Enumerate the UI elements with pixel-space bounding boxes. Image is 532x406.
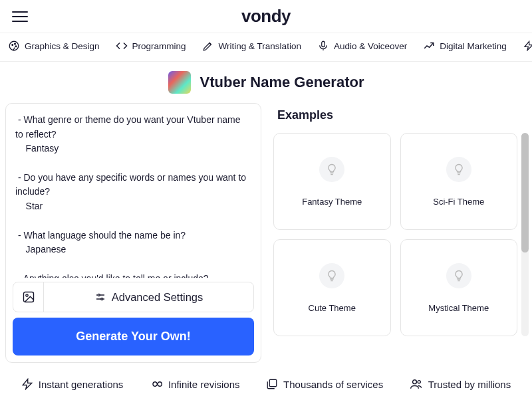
category-label: Digital Marketing bbox=[440, 41, 507, 51]
chart-icon bbox=[423, 40, 435, 52]
input-panel: Advanced Settings Generate Your Own! bbox=[5, 103, 261, 363]
header: vondy bbox=[0, 0, 532, 33]
svg-point-11 bbox=[100, 298, 102, 300]
mic-icon bbox=[317, 40, 329, 52]
category-nav: Graphics & Design Programming Writing & … bbox=[0, 33, 532, 62]
generate-button[interactable]: Generate Your Own! bbox=[13, 318, 254, 355]
examples-panel: Examples Fantasy Theme Sci-Fi Theme bbox=[273, 103, 529, 363]
category-audio-voiceover[interactable]: Audio & Voiceover bbox=[317, 40, 407, 52]
feature-instant: Instant generations bbox=[21, 378, 124, 390]
feature-label: Infinite revisions bbox=[168, 379, 240, 390]
palette-icon bbox=[8, 40, 20, 52]
svg-point-7 bbox=[25, 294, 27, 296]
svg-point-1 bbox=[12, 45, 13, 46]
example-label: Cute Theme bbox=[309, 303, 356, 313]
examples-scrollbar[interactable] bbox=[521, 133, 529, 336]
category-label: Programming bbox=[132, 41, 186, 51]
svg-rect-13 bbox=[269, 379, 277, 387]
example-label: Sci-Fi Theme bbox=[433, 197, 484, 207]
pen-icon bbox=[202, 40, 214, 52]
svg-marker-5 bbox=[525, 41, 532, 50]
feature-services: Thousands of services bbox=[266, 378, 383, 390]
lightbulb-icon bbox=[446, 157, 471, 182]
infinity-icon bbox=[150, 377, 163, 391]
bolt-icon bbox=[523, 40, 532, 52]
example-label: Mystical Theme bbox=[428, 303, 489, 313]
feature-infinite: Infinite revisions bbox=[150, 377, 240, 391]
category-label: Graphics & Design bbox=[25, 41, 100, 51]
attach-image-button[interactable] bbox=[13, 282, 44, 312]
bolt-icon bbox=[21, 378, 33, 390]
examples-heading: Examples bbox=[277, 108, 529, 122]
prompt-textarea[interactable] bbox=[13, 110, 254, 278]
lightbulb-icon bbox=[446, 263, 471, 288]
lightbulb-icon bbox=[319, 263, 344, 288]
feature-label: Trusted by millions bbox=[428, 379, 511, 390]
svg-point-14 bbox=[412, 380, 416, 384]
svg-rect-6 bbox=[23, 292, 33, 302]
svg-marker-12 bbox=[23, 379, 32, 389]
tool-icon bbox=[168, 71, 191, 94]
category-label: Audio & Voiceover bbox=[334, 41, 407, 51]
example-card-scifi[interactable]: Sci-Fi Theme bbox=[400, 133, 518, 230]
example-card-mystical[interactable]: Mystical Theme bbox=[400, 239, 518, 336]
image-icon bbox=[22, 290, 35, 304]
feature-label: Instant generations bbox=[39, 379, 124, 390]
svg-point-2 bbox=[15, 43, 16, 45]
brand-logo[interactable]: vondy bbox=[12, 6, 520, 27]
sliders-icon bbox=[94, 291, 106, 303]
svg-rect-4 bbox=[322, 41, 325, 47]
scrollbar-thumb[interactable] bbox=[521, 133, 529, 253]
lightbulb-icon bbox=[319, 157, 344, 182]
category-label: Writing & Translation bbox=[219, 41, 301, 51]
svg-point-3 bbox=[15, 46, 17, 47]
advanced-settings-button[interactable]: Advanced Settings bbox=[44, 282, 253, 312]
generate-button-label: Generate Your Own! bbox=[76, 330, 190, 343]
users-icon bbox=[410, 377, 423, 391]
category-writing-translation[interactable]: Writing & Translation bbox=[202, 40, 301, 52]
page-title: Vtuber Name Generator bbox=[200, 74, 364, 91]
stack-icon bbox=[266, 378, 278, 390]
example-card-fantasy[interactable]: Fantasy Theme bbox=[273, 133, 391, 230]
footer-features: Instant generations Infinite revisions T… bbox=[0, 377, 532, 391]
advanced-settings-label: Advanced Settings bbox=[112, 291, 203, 304]
feature-trusted: Trusted by millions bbox=[410, 377, 511, 391]
category-lifestyle[interactable]: Lifestyle bbox=[523, 40, 532, 52]
svg-point-10 bbox=[98, 294, 100, 296]
code-icon bbox=[116, 40, 128, 52]
category-graphics-design[interactable]: Graphics & Design bbox=[8, 40, 100, 52]
example-label: Fantasy Theme bbox=[302, 197, 362, 207]
page-title-row: Vtuber Name Generator bbox=[0, 62, 532, 103]
feature-label: Thousands of services bbox=[283, 379, 383, 390]
category-digital-marketing[interactable]: Digital Marketing bbox=[423, 40, 507, 52]
svg-point-15 bbox=[418, 381, 420, 383]
category-programming[interactable]: Programming bbox=[116, 40, 186, 52]
example-card-cute[interactable]: Cute Theme bbox=[273, 239, 391, 336]
